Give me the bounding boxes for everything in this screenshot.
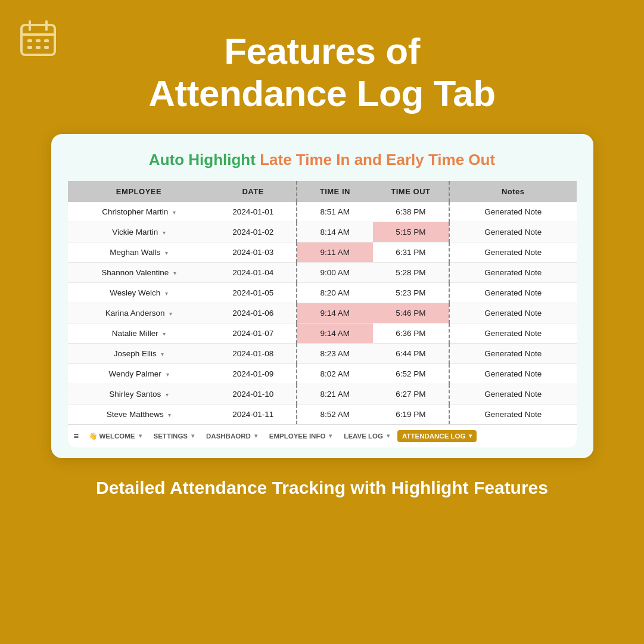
cell-timeout: 6:19 PM — [373, 404, 449, 424]
cell-employee: Shannon Valentine ▾ — [68, 262, 210, 282]
col-header-notes: Notes — [449, 181, 577, 202]
cell-timeout: 6:52 PM — [373, 363, 449, 384]
cell-date: 2024-01-01 — [210, 202, 297, 222]
col-header-timeout: TIME OUT — [373, 181, 449, 202]
footer-subtitle: Detailed Attendance Tracking with Highli… — [48, 476, 596, 499]
cell-employee: Joseph Ellis ▾ — [68, 343, 210, 363]
table-row: Natalie Miller ▾2024-01-079:14 AM6:36 PM… — [68, 323, 577, 343]
table-row: Meghan Walls ▾2024-01-039:11 AM6:31 PMGe… — [68, 242, 577, 262]
cell-timein: 9:00 AM — [297, 262, 373, 282]
cell-employee: Karina Anderson ▾ — [68, 303, 210, 323]
cell-employee: Natalie Miller ▾ — [68, 323, 210, 343]
cell-note: Generated Note — [449, 363, 577, 384]
attendance-table: EMPLOYEE DATE TIME IN TIME OUT Notes Chr… — [68, 181, 577, 424]
cell-date: 2024-01-02 — [210, 222, 297, 242]
cell-timein: 8:14 AM — [297, 222, 373, 242]
cell-note: Generated Note — [449, 343, 577, 363]
cell-timein: 8:21 AM — [297, 384, 373, 404]
table-row: Steve Matthews ▾2024-01-118:52 AM6:19 PM… — [68, 404, 577, 424]
cell-date: 2024-01-10 — [210, 384, 297, 404]
svg-rect-6 — [44, 39, 49, 42]
nav-welcome[interactable]: 👋 WELCOME ▾ — [85, 430, 145, 443]
col-header-timein: TIME IN — [297, 181, 373, 202]
cell-date: 2024-01-05 — [210, 282, 297, 303]
cell-timein: 9:11 AM — [297, 242, 373, 262]
page-title: Features of Attendance Log Tab — [113, 30, 531, 115]
cell-employee: Vickie Martin ▾ — [68, 222, 210, 242]
table-row: Shannon Valentine ▾2024-01-049:00 AM5:28… — [68, 262, 577, 282]
cell-timein: 8:02 AM — [297, 363, 373, 384]
cell-date: 2024-01-07 — [210, 323, 297, 343]
cell-note: Generated Note — [449, 262, 577, 282]
cell-date: 2024-01-06 — [210, 303, 297, 323]
cell-note: Generated Note — [449, 202, 577, 222]
cell-note: Generated Note — [449, 323, 577, 343]
cell-timeout: 5:23 PM — [373, 282, 449, 303]
cell-timein: 8:23 AM — [297, 343, 373, 363]
cell-note: Generated Note — [449, 384, 577, 404]
table-row: Wesley Welch ▾2024-01-058:20 AM5:23 PMGe… — [68, 282, 577, 303]
nav-settings[interactable]: SETTINGS ▾ — [150, 430, 199, 442]
cell-timein: 8:20 AM — [297, 282, 373, 303]
cell-timeout: 6:44 PM — [373, 343, 449, 363]
svg-rect-5 — [36, 39, 41, 42]
cell-employee: Shirley Santos ▾ — [68, 384, 210, 404]
cell-employee: Meghan Walls ▾ — [68, 242, 210, 262]
cell-timeout: 6:31 PM — [373, 242, 449, 262]
table-row: Christopher Martin ▾2024-01-018:51 AM6:3… — [68, 202, 577, 222]
card-subtitle: Auto Highlight Late Time In and Early Ti… — [68, 151, 577, 169]
nav-employee-info[interactable]: EMPLOYEE INFO ▾ — [265, 430, 337, 442]
cell-date: 2024-01-08 — [210, 343, 297, 363]
cell-date: 2024-01-04 — [210, 262, 297, 282]
cell-employee: Christopher Martin ▾ — [68, 202, 210, 222]
table-row: Joseph Ellis ▾2024-01-088:23 AM6:44 PMGe… — [68, 343, 577, 363]
table-row: Wendy Palmer ▾2024-01-098:02 AM6:52 PMGe… — [68, 363, 577, 384]
cell-employee: Wendy Palmer ▾ — [68, 363, 210, 384]
nav-bar: ≡ 👋 WELCOME ▾ SETTINGS ▾ DASHBAORD ▾ EMP… — [68, 424, 577, 447]
cell-employee: Steve Matthews ▾ — [68, 404, 210, 424]
cell-employee: Wesley Welch ▾ — [68, 282, 210, 303]
table-row: Karina Anderson ▾2024-01-069:14 AM5:46 P… — [68, 303, 577, 323]
cell-timeout: 5:46 PM — [373, 303, 449, 323]
calendar-icon — [17, 17, 60, 62]
nav-attendance-log[interactable]: ATTENDANCE LOG ▾ — [397, 430, 477, 442]
cell-timeout: 6:27 PM — [373, 384, 449, 404]
cell-timein: 8:51 AM — [297, 202, 373, 222]
cell-note: Generated Note — [449, 242, 577, 262]
attendance-card: Auto Highlight Late Time In and Early Ti… — [51, 134, 593, 458]
cell-timeout: 6:38 PM — [373, 202, 449, 222]
cell-date: 2024-01-03 — [210, 242, 297, 262]
svg-rect-4 — [27, 39, 32, 42]
col-header-date: DATE — [210, 181, 297, 202]
cell-timeout: 6:36 PM — [373, 323, 449, 343]
cell-timeout: 5:28 PM — [373, 262, 449, 282]
svg-rect-7 — [27, 46, 32, 49]
cell-note: Generated Note — [449, 282, 577, 303]
hamburger-icon[interactable]: ≡ — [74, 431, 79, 441]
svg-rect-9 — [44, 46, 49, 49]
cell-date: 2024-01-11 — [210, 404, 297, 424]
cell-timein: 8:52 AM — [297, 404, 373, 424]
cell-note: Generated Note — [449, 303, 577, 323]
table-row: Shirley Santos ▾2024-01-108:21 AM6:27 PM… — [68, 384, 577, 404]
cell-note: Generated Note — [449, 222, 577, 242]
nav-leave-log[interactable]: LEAVE LOG ▾ — [340, 430, 394, 442]
svg-rect-8 — [36, 46, 41, 49]
cell-note: Generated Note — [449, 404, 577, 424]
table-row: Vickie Martin ▾2024-01-028:14 AM5:15 PMG… — [68, 222, 577, 242]
cell-timein: 9:14 AM — [297, 323, 373, 343]
nav-dashboard[interactable]: DASHBAORD ▾ — [202, 430, 262, 442]
col-header-employee: EMPLOYEE — [68, 181, 210, 202]
cell-timeout: 5:15 PM — [373, 222, 449, 242]
cell-timein: 9:14 AM — [297, 303, 373, 323]
cell-date: 2024-01-09 — [210, 363, 297, 384]
